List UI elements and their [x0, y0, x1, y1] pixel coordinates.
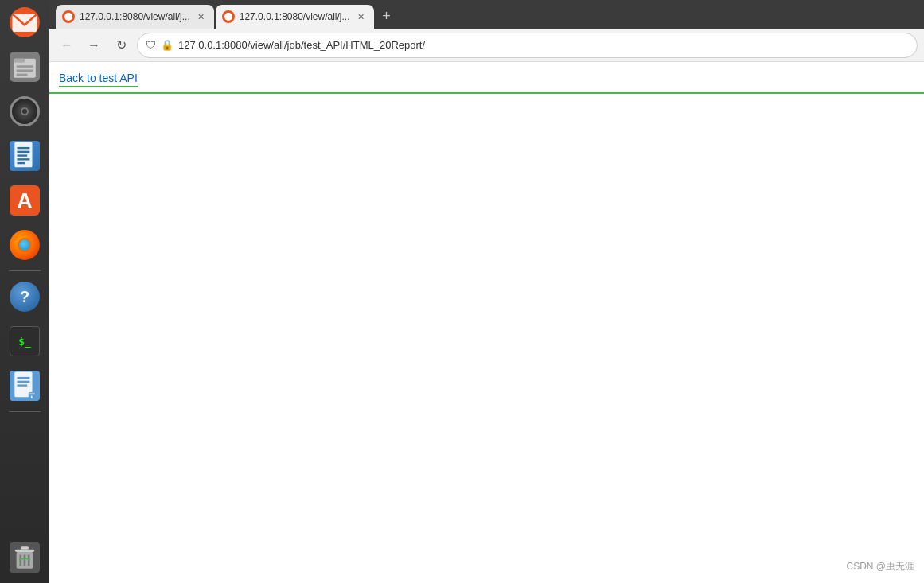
svg-rect-21	[15, 550, 34, 552]
taskbar-icon-terminal[interactable]: $_	[6, 322, 44, 360]
tab-favicon-1	[62, 10, 75, 23]
svg-rect-8	[18, 151, 30, 153]
svg-rect-15	[18, 381, 30, 383]
content-area: Back to test API CSDN @虫无涯	[49, 62, 924, 583]
taskbar-separator-2	[9, 411, 41, 412]
address-input[interactable]	[178, 39, 909, 51]
taskbar-icon-rhythmbox[interactable]	[6, 92, 44, 130]
forward-button[interactable]: →	[83, 34, 105, 56]
taskbar-icon-writer[interactable]	[6, 137, 44, 175]
svg-rect-5	[17, 74, 28, 76]
back-to-test-api-link[interactable]: Back to test API	[59, 72, 138, 87]
taskbar: A ? $_	[0, 0, 49, 583]
page-icon: 🔒	[161, 39, 173, 51]
taskbar-separator-1	[9, 270, 41, 271]
browser-tab-1[interactable]: 127.0.0.1:8080/view/all/j... ✕	[56, 5, 214, 29]
taskbar-icon-texteditor[interactable]	[6, 367, 44, 405]
svg-rect-3	[17, 65, 33, 68]
svg-rect-2	[14, 59, 25, 63]
tab-close-1[interactable]: ✕	[195, 10, 208, 23]
svg-rect-17	[29, 392, 37, 400]
svg-rect-9	[18, 154, 28, 156]
green-separator-line	[49, 92, 924, 94]
svg-rect-4	[17, 69, 33, 72]
svg-text:A: A	[17, 189, 33, 213]
svg-rect-19	[31, 396, 33, 398]
tab-title-2: 127.0.0.1:8080/view/all/j...	[240, 11, 350, 22]
reload-button[interactable]: ↻	[110, 34, 132, 56]
tab-title-1: 127.0.0.1:8080/view/all/j...	[80, 11, 190, 22]
tab-bar: 127.0.0.1:8080/view/all/j... ✕ 127.0.0.1…	[49, 0, 924, 29]
nav-bar: ← → ↻ 🛡 🔒	[49, 29, 924, 62]
svg-rect-22	[21, 546, 29, 549]
back-button[interactable]: ←	[56, 34, 78, 56]
browser: 127.0.0.1:8080/view/all/j... ✕ 127.0.0.1…	[49, 0, 924, 583]
svg-rect-18	[29, 394, 34, 395]
new-tab-button[interactable]: +	[376, 5, 398, 27]
taskbar-icon-help[interactable]: ?	[6, 278, 44, 316]
svg-rect-14	[18, 377, 30, 379]
back-link-text: Back to test API	[59, 72, 138, 84]
watermark: CSDN @虫无涯	[846, 560, 914, 573]
taskbar-icon-files[interactable]	[6, 48, 44, 86]
security-shield-icon: 🛡	[146, 39, 156, 51]
browser-tab-2[interactable]: 127.0.0.1:8080/view/all/j... ✕	[216, 5, 374, 29]
address-bar-wrapper: 🛡 🔒	[137, 33, 918, 58]
taskbar-icon-software[interactable]: A	[6, 181, 44, 220]
svg-rect-16	[18, 384, 28, 386]
taskbar-icon-trash[interactable]	[6, 538, 44, 577]
tab-favicon-2	[222, 10, 235, 23]
tab-close-2[interactable]: ✕	[355, 10, 368, 23]
taskbar-icon-firefox[interactable]	[6, 226, 44, 264]
watermark-text: CSDN @虫无涯	[846, 561, 914, 572]
svg-rect-7	[18, 147, 30, 149]
svg-rect-11	[18, 162, 25, 164]
svg-rect-10	[18, 158, 30, 160]
taskbar-icon-ubuntu[interactable]	[6, 3, 44, 41]
